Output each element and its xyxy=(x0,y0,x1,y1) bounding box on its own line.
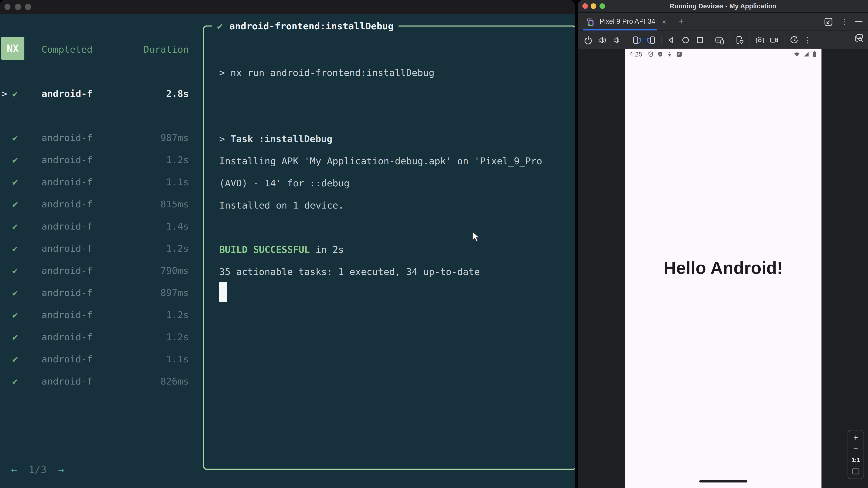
zoom-out-button[interactable]: − xyxy=(854,446,858,451)
check-icon: ✔ xyxy=(12,282,18,304)
check-icon: ✔ xyxy=(12,171,18,193)
task-row[interactable]: ✔ android-f 1.2s xyxy=(0,149,189,171)
task-duration: 897ms xyxy=(160,282,189,304)
gradle-task-text: Task :installDebug xyxy=(230,133,332,144)
back-icon[interactable] xyxy=(666,35,676,45)
toolbar-more-icon[interactable]: ⋮ xyxy=(804,35,811,44)
status-right-icons xyxy=(793,51,817,58)
task-name: android-f xyxy=(41,260,93,282)
pagination: ← 1/3 → xyxy=(11,462,64,477)
power-icon[interactable] xyxy=(583,35,593,45)
terminal-cursor xyxy=(219,282,227,302)
hide-tool-window-icon[interactable] xyxy=(855,21,863,22)
volume-up-icon[interactable] xyxy=(598,35,608,45)
device-settings-icon[interactable] xyxy=(735,35,745,45)
task-duration: 1.2s xyxy=(166,304,189,326)
zoom-in-button[interactable]: + xyxy=(853,434,858,441)
task-duration: 1.1s xyxy=(166,171,189,193)
fit-screen-icon[interactable] xyxy=(852,468,860,475)
task-row[interactable]: ✔ android-f 1.2s xyxy=(0,326,189,348)
play-protect-icon xyxy=(657,51,663,57)
studio-titlebar[interactable]: Running Devices - My Application xyxy=(578,0,868,13)
snapshots-search-icon[interactable] xyxy=(854,33,864,43)
reset-icon[interactable] xyxy=(789,35,799,45)
task-list-header: Completed Duration xyxy=(0,38,189,60)
task-duration: 987ms xyxy=(160,127,189,149)
toolbar-separator xyxy=(661,35,661,45)
more-options-icon[interactable]: ⋮ xyxy=(840,17,848,26)
active-tab-indicator xyxy=(583,29,657,30)
zoom-ratio-button[interactable]: 1:1 xyxy=(852,456,860,463)
restore-down-icon[interactable] xyxy=(824,17,833,26)
device-tabbar: Pixel 9 Pro API 34 × + ⋮ xyxy=(578,13,868,31)
check-icon: ✔ xyxy=(12,304,18,326)
check-icon: ✔ xyxy=(217,21,223,32)
task-row[interactable]: ✔ android-f 1.1s xyxy=(0,348,189,370)
new-tab-icon[interactable]: + xyxy=(678,16,684,27)
close-button[interactable] xyxy=(582,3,588,9)
task-row[interactable]: ✔ android-f 1.1s xyxy=(0,171,189,193)
minimize-button[interactable] xyxy=(591,3,596,9)
task-duration: 1.4s xyxy=(166,215,189,237)
screen-record-icon[interactable] xyxy=(770,35,779,45)
home-icon[interactable] xyxy=(681,35,690,45)
keyboard-mouse-icon[interactable] xyxy=(715,35,725,45)
install-line-3: Installed on 1 device. xyxy=(219,199,344,212)
check-icon: ✔ xyxy=(12,83,18,105)
build-time: in 2s xyxy=(310,244,344,255)
hello-android-text: Hello Android! xyxy=(625,258,822,278)
task-row[interactable]: ✔ android-f 1.2s xyxy=(0,237,189,260)
cellular-signal-icon xyxy=(803,51,810,57)
rotate-right-icon[interactable] xyxy=(647,35,656,45)
task-row[interactable]: ✔ android-f 826ms xyxy=(0,370,189,392)
task-name: android-f xyxy=(41,83,93,105)
tab-close-icon[interactable]: × xyxy=(662,18,666,26)
task-name: android-f xyxy=(41,215,93,237)
check-icon: ✔ xyxy=(12,326,18,348)
task-name: android-f xyxy=(41,326,93,348)
task-duration: 826ms xyxy=(160,370,189,392)
maximize-button[interactable] xyxy=(25,4,31,10)
maximize-button[interactable] xyxy=(599,3,605,9)
navigation-handle[interactable] xyxy=(699,480,747,483)
build-status: BUILD SUCCESSFUL xyxy=(219,244,310,255)
terminal-window: NX Completed Duration > ✔ android-f 2.8s… xyxy=(0,0,575,488)
next-page-arrow-icon[interactable]: → xyxy=(58,464,64,475)
task-duration: 1.2s xyxy=(166,237,189,260)
task-row[interactable]: ✔ android-f 790ms xyxy=(0,260,189,282)
device-statusbar: 4:25 A xyxy=(625,49,822,59)
prev-page-arrow-icon[interactable]: ← xyxy=(11,464,17,475)
check-icon: ✔ xyxy=(12,193,18,215)
terminal-titlebar[interactable] xyxy=(0,0,575,14)
emulator-screen[interactable]: 4:25 A xyxy=(625,49,822,488)
overview-icon[interactable] xyxy=(695,35,705,45)
page-indicator: 1/3 xyxy=(29,464,47,475)
check-icon: ✔ xyxy=(12,370,18,392)
check-icon: ✔ xyxy=(12,127,18,149)
selected-task-row[interactable]: > ✔ android-f 2.8s xyxy=(0,83,189,105)
desktop: NX Completed Duration > ✔ android-f 2.8s… xyxy=(0,0,868,488)
task-row[interactable]: ✔ android-f 897ms xyxy=(0,282,189,304)
gradle-task-line: >Task :installDebug xyxy=(219,132,333,145)
install-line-2: (AVD) - 14' for ::debug xyxy=(219,176,350,190)
task-row[interactable]: ✔ android-f 987ms xyxy=(0,127,189,149)
close-button[interactable] xyxy=(4,4,11,10)
task-duration: 2.8s xyxy=(166,83,189,105)
rotate-left-icon[interactable] xyxy=(632,35,642,45)
emulator-toolbar: ⋮ xyxy=(578,31,868,48)
minimize-button[interactable] xyxy=(15,4,21,10)
prompt-symbol: > xyxy=(219,67,225,78)
command-line: >nx run android-frontend:installDebug xyxy=(219,66,434,79)
task-duration: 790ms xyxy=(160,260,189,282)
tab-pixel-9-pro[interactable]: Pixel 9 Pro API 34 × + xyxy=(586,13,684,30)
task-row[interactable]: ✔ android-f 1.4s xyxy=(0,215,189,237)
check-icon: ✔ xyxy=(12,215,18,237)
volume-down-icon[interactable] xyxy=(612,35,622,45)
task-row[interactable]: ✔ android-f 1.2s xyxy=(0,304,189,326)
zoom-controls: + − 1:1 xyxy=(847,430,864,479)
install-line-1: Installing APK 'My Application-debug.apk… xyxy=(219,154,542,168)
task-duration: 815ms xyxy=(160,193,189,215)
task-name: android-f xyxy=(41,149,93,171)
screenshot-icon[interactable] xyxy=(755,35,765,45)
task-row[interactable]: ✔ android-f 815ms xyxy=(0,193,189,215)
